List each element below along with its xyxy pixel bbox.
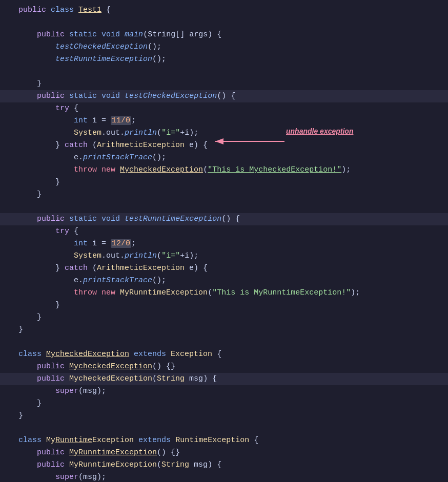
- code-line-brace6: }: [0, 324, 448, 336]
- code-line-testChecked: public static void testCheckedException(…: [0, 90, 448, 102]
- code-line-call1: testCheckedException();: [0, 41, 448, 53]
- keyword-public: public: [18, 6, 46, 14]
- code-editor: public class Test1 { public static void …: [0, 0, 448, 482]
- code-line-brace4: }: [0, 299, 448, 311]
- code-line-brace5: }: [0, 311, 448, 324]
- code-line-catch2: } catch (ArithmeticException e) {: [0, 262, 448, 275]
- code-line-constructor4: public MyRunntimeException(String msg) {: [0, 459, 448, 471]
- code-line-stacktrace1: e.printStackTrace();: [0, 152, 448, 164]
- class-name-test1: Test1: [78, 6, 101, 14]
- code-line-super1: super(msg);: [0, 385, 448, 397]
- keyword-class: class: [51, 6, 74, 14]
- code-line-class2: class MycheckedException extends Excepti…: [0, 348, 448, 361]
- code-line-blank4: [0, 336, 448, 348]
- code-line-constructor3: public MyRunntimeException() {}: [0, 447, 448, 459]
- code-line-brace7: }: [0, 397, 448, 410]
- code-line-int1: int i = 11/0;: [0, 115, 448, 127]
- code-line-try1: try {: [0, 102, 448, 115]
- code-line-catch1: } catch (ArithmeticException e) {: [0, 139, 448, 152]
- code-line-println1: System.out.println("i="+i);: [0, 127, 448, 139]
- code-line-int2: int i = 12/0;: [0, 238, 448, 250]
- code-line-main: public static void main(String[] args) {: [0, 29, 448, 41]
- code-line-blank5: [0, 422, 448, 434]
- code-line-constructor2: public MycheckedException(String msg) {: [0, 373, 448, 385]
- annotation-label: unhandle exception: [286, 125, 353, 137]
- code-line: public class Test1 {: [0, 4, 448, 16]
- code-line-throw2: throw new MyRunntimeException("This is M…: [0, 287, 448, 299]
- code-line-super2: super(msg);: [0, 471, 448, 482]
- code-line-blank: [0, 16, 448, 29]
- code-line-testRuntime: public static void testRunntimeException…: [0, 213, 448, 225]
- code-line-constructor1: public MycheckedException() {}: [0, 361, 448, 373]
- code-line-call2: testRunntimeException();: [0, 53, 448, 66]
- code-line-class3: class MyRunntimeException extends Runtim…: [0, 434, 448, 447]
- code-line-brace2: }: [0, 176, 448, 188]
- code-line-throw1: throw new MycheckedException("This is My…: [0, 164, 448, 176]
- code-line-stacktrace2: e.printStackTrace();: [0, 275, 448, 287]
- code-line-brace3: }: [0, 188, 448, 201]
- code-line-println2: System.out.println("i="+i);: [0, 250, 448, 262]
- code-line-blank3: [0, 201, 448, 213]
- code-line-try2: try {: [0, 225, 448, 238]
- code-line-blank2: [0, 66, 448, 78]
- code-line-brace1: }: [0, 78, 448, 90]
- code-line-brace8: }: [0, 410, 448, 422]
